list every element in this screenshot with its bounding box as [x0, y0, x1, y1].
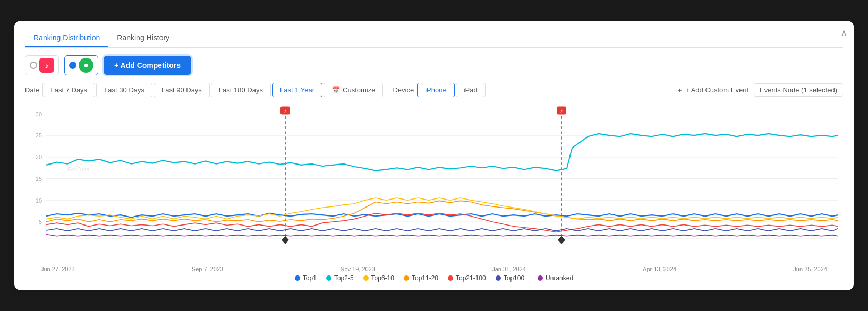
add-competitors-button[interactable]: + Add Competitors — [104, 56, 191, 75]
svg-text:20: 20 — [36, 154, 42, 160]
tab-ranking-distribution[interactable]: Ranking Distribution — [25, 29, 108, 47]
x-label-1: Jun 27, 2023 — [41, 266, 75, 272]
tabs-row: Ranking Distribution Ranking History — [25, 29, 843, 48]
app-selector-apple-music[interactable]: ♪ — [25, 55, 59, 75]
legend-top100plus: Top100+ — [496, 274, 528, 282]
legend-label-unranked: Unranked — [546, 274, 573, 282]
radio-apple-music — [30, 62, 37, 69]
x-label-2: Sep 7, 2023 — [192, 266, 223, 272]
filter-last30[interactable]: Last 30 Days — [96, 83, 152, 97]
x-label-5: Apr 13, 2024 — [643, 266, 676, 272]
collapse-button[interactable]: ∧ — [840, 27, 847, 39]
svg-marker-20 — [558, 236, 565, 244]
main-card: ∧ Ranking Distribution Ranking History ♪… — [14, 21, 854, 290]
x-label-4: Jan 31, 2024 — [492, 266, 526, 272]
right-actions: ＋ + Add Custom Event Events Node (1 sele… — [676, 83, 843, 97]
svg-text:25: 25 — [36, 132, 42, 139]
legend-top1: Top1 — [295, 274, 317, 282]
customize-button[interactable]: 📅 Customize — [324, 83, 383, 97]
svg-text:♪: ♪ — [284, 108, 286, 114]
legend-label-top100plus: Top100+ — [504, 274, 528, 282]
filter-row: Date Last 7 Days Last 30 Days Last 90 Da… — [25, 83, 843, 97]
legend-dot-top2-5 — [326, 275, 331, 281]
apple-music-icon: ♪ — [39, 58, 54, 73]
legend-dot-top6-10 — [363, 275, 369, 281]
legend-dot-top11-20 — [404, 275, 409, 281]
x-label-6: Jun 25, 2024 — [793, 266, 827, 272]
legend-label-top11-20: Top11-20 — [412, 274, 438, 282]
legend-unranked: Unranked — [538, 274, 573, 282]
chart-svg: 30 25 20 15 10 5 ♪ ♪ — [25, 102, 843, 262]
device-label: Device — [393, 86, 414, 94]
chart-legend: Top1 Top2-5 Top6-10 Top11-20 Top21-100 T… — [25, 274, 843, 282]
plus-icon: ＋ — [676, 85, 683, 95]
radio-spotify — [69, 62, 76, 69]
controls-row: ♪ ● + Add Competitors — [25, 55, 843, 75]
legend-dot-top21-100 — [448, 275, 453, 281]
x-axis-labels: Jun 27, 2023 Sep 7, 2023 Nov 19, 2023 Ja… — [25, 266, 843, 272]
legend-label-top6-10: Top6-10 — [371, 274, 394, 282]
app-selector-spotify[interactable]: ● — [64, 55, 98, 75]
svg-text:15: 15 — [36, 176, 42, 182]
legend-top6-10: Top6-10 — [363, 274, 394, 282]
filter-last1year[interactable]: Last 1 Year — [272, 83, 322, 97]
spotify-icon: ● — [79, 58, 93, 73]
device-iphone[interactable]: iPhone — [417, 83, 454, 97]
date-label: Date — [25, 86, 39, 94]
legend-top21-100: Top21-100 — [448, 274, 486, 282]
legend-top11-20: Top11-20 — [404, 274, 438, 282]
device-ipad[interactable]: iPad — [456, 83, 486, 97]
legend-label-top2-5: Top2-5 — [334, 274, 354, 282]
legend-dot-top1 — [295, 275, 300, 281]
add-custom-event-button[interactable]: ＋ + Add Custom Event — [676, 85, 748, 95]
svg-text:5: 5 — [39, 219, 42, 225]
chart-area: FoxData 30 25 20 15 10 5 ♪ ♪ — [25, 102, 843, 262]
events-node-button[interactable]: Events Node (1 selected) — [754, 83, 843, 97]
legend-label-top21-100: Top21-100 — [456, 274, 486, 282]
filter-last180[interactable]: Last 180 Days — [211, 83, 271, 97]
tab-ranking-history[interactable]: Ranking History — [108, 29, 178, 47]
filter-last90[interactable]: Last 90 Days — [154, 83, 210, 97]
legend-dot-top100plus — [496, 275, 501, 281]
calendar-icon: 📅 — [331, 86, 340, 94]
x-label-3: Nov 19, 2023 — [341, 266, 375, 272]
svg-marker-19 — [282, 236, 289, 244]
svg-text:30: 30 — [36, 110, 42, 117]
legend-top2-5: Top2-5 — [326, 274, 354, 282]
filter-last7[interactable]: Last 7 Days — [42, 83, 95, 97]
legend-label-top1: Top1 — [303, 274, 317, 282]
svg-text:10: 10 — [36, 197, 42, 203]
svg-text:♪: ♪ — [560, 108, 563, 114]
legend-dot-unranked — [538, 275, 543, 281]
